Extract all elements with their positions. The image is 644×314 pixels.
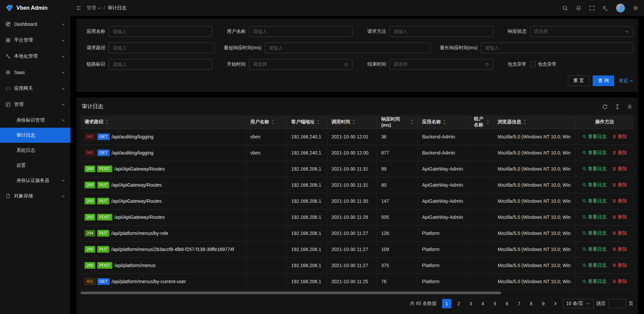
sidebar-item-system-log[interactable]: 系统日志 [0,143,70,158]
cell-tenant [470,129,493,145]
include-exception-checkbox[interactable] [530,62,535,67]
query-button[interactable]: 查 询 [593,75,614,86]
view-log-button[interactable]: 查看日志 [582,214,607,220]
page-button-1[interactable]: 1 [442,299,451,308]
page-button-3[interactable]: 3 [466,299,476,308]
reset-button[interactable]: 重 置 [568,75,589,86]
collapse-toggle[interactable]: 收起 [619,78,633,84]
translate-icon[interactable]: 文A [602,5,608,11]
cell-browser: Mozilla/5.0 (Windows NT 10.0; Win [493,209,575,225]
delete-button[interactable]: 删除 [612,150,627,156]
delete-button[interactable]: 删除 [612,262,627,268]
filter-field-request-path: 请求路径 [81,43,215,53]
page-button-5[interactable]: 5 [490,299,500,308]
col-header-browser[interactable]: 浏览器信息 [493,115,575,129]
page-button-4[interactable]: 4 [478,299,488,308]
sidebar-item-audit-log[interactable]: 审计日志 [0,128,70,143]
col-header-tenant[interactable]: 租户名称 [470,115,493,129]
start-time-picker[interactable]: 请选择 [249,59,353,70]
view-log-button[interactable]: 查看日志 [582,166,607,172]
scrollbar-thumb[interactable] [80,292,501,294]
view-log-button[interactable]: 查看日志 [582,150,607,156]
breadcrumb-item-manage[interactable]: 管理 [87,5,101,11]
request-path-input[interactable] [109,43,215,53]
cell-client-ip: 192.168.208.1 [287,273,327,290]
delete-button[interactable]: 删除 [612,198,627,204]
page-button-9[interactable]: 9 [539,299,548,308]
next-page-button[interactable] [551,299,560,308]
avatar[interactable] [616,3,625,13]
cell-app-name: ApiGateWay-Admin [418,161,470,177]
gear-icon[interactable] [633,5,639,11]
bell-icon[interactable] [576,5,582,11]
user-name-input[interactable] [249,26,353,37]
page-button-6[interactable]: 6 [502,299,512,308]
delete-button[interactable]: 删除 [612,246,627,252]
col-header-client-ip[interactable]: 客户端地址 [287,115,327,129]
sidebar-item-manage[interactable]: 管理 [0,97,70,113]
chevron-down-icon [61,179,65,182]
delete-button[interactable]: 删除 [612,166,627,172]
sidebar-item-object-storage[interactable]: 对象存储 [0,188,70,204]
view-log-button[interactable]: 查看日志 [582,182,607,188]
min-response-time-input[interactable] [265,43,431,53]
view-log-button[interactable]: 查看日志 [582,230,607,236]
view-log-button[interactable]: 查看日志 [582,198,607,204]
view-log-button[interactable]: 查看日志 [582,278,607,285]
request-method-input[interactable] [389,26,493,37]
sidebar-item-identity[interactable]: 身份标识管理 [0,113,70,128]
fullscreen-icon[interactable] [589,5,595,11]
refresh-icon[interactable] [602,104,608,110]
col-label: 客户端地址 [291,119,315,125]
page-button-7[interactable]: 7 [515,299,524,308]
delete-button[interactable]: 删除 [612,230,627,236]
cell-time: 2021-10-30 11:27 [327,225,377,241]
col-header-request-path[interactable]: 请求路径 [80,115,246,129]
sidebar-item-auth-server[interactable]: 身份认证服务器 [0,173,70,188]
app-name-input[interactable] [109,26,212,37]
logo-text: Vben Admin [16,5,48,11]
col-header-call-time[interactable]: 调用时间 [327,115,377,129]
delete-button[interactable]: 删除 [612,134,627,140]
col-header-app-name[interactable]: 应用名称 [418,115,470,129]
search-icon[interactable] [562,5,568,11]
col-header-response-time[interactable]: 响应时间(ms) [377,115,418,129]
cell-browser: Mozilla/5.0 (Windows NT 10.0; Win [493,161,575,177]
view-log-button[interactable]: 查看日志 [582,262,607,268]
status-badge: 401 [85,278,95,285]
response-status-select[interactable]: 请选择 [530,26,634,37]
sidebar-item-localization[interactable]: 本地化管理 [0,48,70,64]
sidebar-item-gateway[interactable]: 应用网关 [0,80,70,97]
delete-button[interactable]: 删除 [612,214,627,220]
page-button-2[interactable]: 2 [454,299,464,308]
sidebar-menu: Dashboard 平台管理 本地化管理 Saas 应用网关 [0,16,70,204]
col-header-user-name[interactable]: 用户名称 [246,115,287,129]
cell-response-ms: 99 [377,161,418,177]
sidebar-item-label: 系统日志 [16,147,65,153]
trace-id-input[interactable] [109,59,212,70]
page-button-8[interactable]: 8 [527,299,536,308]
cell-actions: 查看日志删除 [575,145,634,161]
sort-icons [317,119,320,125]
max-response-time-input[interactable] [481,43,633,53]
view-log-button[interactable]: 查看日志 [582,134,607,140]
sidebar-item-saas[interactable]: Saas [0,64,70,80]
column-settings-icon[interactable] [627,104,633,110]
cell-app-name: ApiGateWay-Admin [418,209,470,225]
jump-page-input[interactable] [608,299,626,308]
magnifier-icon [582,247,587,251]
page-size-select[interactable]: 10 条/页 [563,299,594,308]
delete-button[interactable]: 删除 [612,278,627,285]
sidebar-item-dashboard[interactable]: Dashboard [0,16,70,32]
row-height-icon[interactable] [614,104,620,110]
end-time-picker[interactable]: 请选择 [389,59,493,70]
sidebar-collapse-icon[interactable] [76,5,82,11]
field-label: 最长响应时间(ms) [440,45,478,51]
chevron-down-icon [586,301,590,306]
delete-button[interactable]: 删除 [612,182,627,188]
view-log-button[interactable]: 查看日志 [582,246,607,252]
sidebar-item-platform[interactable]: 平台管理 [0,32,70,48]
logo[interactable]: Vben Admin [0,0,70,16]
sidebar-item-settings[interactable]: 设置 [0,158,70,173]
cell-actions: 查看日志删除 [575,257,634,273]
